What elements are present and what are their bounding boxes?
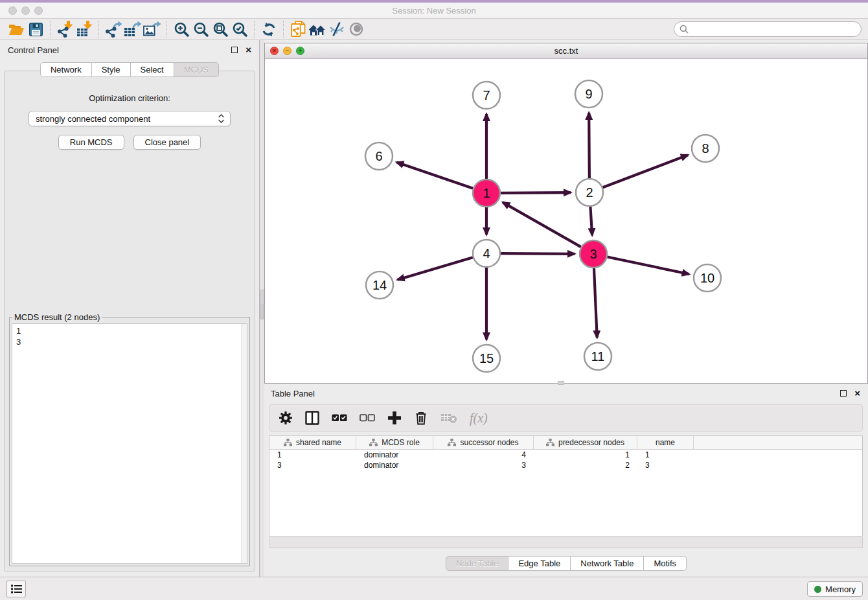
task-history-button[interactable] <box>6 581 26 597</box>
float-panel-button[interactable] <box>231 47 238 53</box>
graph-node-label: 15 <box>479 351 494 365</box>
window-minimize-button[interactable] <box>21 6 30 15</box>
network-minimize-button[interactable]: − <box>283 47 291 55</box>
column-header-shared-name[interactable]: shared name <box>269 436 356 449</box>
table-cell[interactable]: 1 <box>269 450 356 459</box>
export-table-button[interactable] <box>123 20 143 38</box>
table-cell[interactable]: 3 <box>637 461 694 470</box>
table-row[interactable]: 1dominator411 <box>269 450 862 460</box>
graph-edge-2-8[interactable] <box>603 155 688 187</box>
tab-mcds[interactable]: MCDS <box>174 62 219 77</box>
graph-edge-3-10[interactable] <box>608 257 689 275</box>
network-zoom-button[interactable]: + <box>296 47 304 55</box>
zoom-out-button[interactable] <box>191 20 211 38</box>
toolbar-separator <box>166 21 167 38</box>
network-canvas[interactable]: 7968124314101511 <box>265 59 867 383</box>
table-cell[interactable]: dominator <box>356 450 433 459</box>
tab-style[interactable]: Style <box>92 62 131 77</box>
graph-edge-2-9[interactable] <box>589 113 589 178</box>
eye-icon <box>348 21 364 37</box>
zoom-selected-button[interactable] <box>230 20 249 38</box>
zoom-fit-button[interactable] <box>211 20 230 38</box>
toolbar-separator <box>50 21 51 38</box>
graph-node-label: 11 <box>591 349 605 363</box>
graph-node-label: 7 <box>483 88 490 102</box>
refresh-button[interactable] <box>259 20 279 38</box>
refresh-icon <box>261 22 277 37</box>
graph-edge-1-6[interactable] <box>396 162 473 188</box>
close-panel-button[interactable]: × <box>246 47 251 53</box>
search-field[interactable] <box>674 21 862 37</box>
table-cell[interactable]: 1 <box>637 450 694 459</box>
import-network-button[interactable] <box>55 20 74 38</box>
vertical-splitter[interactable] <box>260 40 264 577</box>
float-table-panel-button[interactable] <box>840 390 847 397</box>
task-list-icon <box>11 584 22 594</box>
column-header-label: name <box>656 438 675 447</box>
tab-node-table[interactable]: Node Table <box>446 556 509 571</box>
graph-edge-3-1[interactable] <box>503 202 581 247</box>
graph-edge-3-11[interactable] <box>594 268 597 338</box>
column-header-name[interactable]: name <box>637 436 694 449</box>
delete-table-button[interactable] <box>440 412 457 424</box>
table-cell[interactable]: 2 <box>534 461 637 470</box>
graph-edge-4-14[interactable] <box>398 257 473 279</box>
table-row[interactable]: 3dominator323 <box>269 460 862 470</box>
mcds-result-box[interactable]: 1 3 <box>12 323 247 564</box>
tab-select[interactable]: Select <box>131 62 174 77</box>
column-header-successor-nodes[interactable]: successor nodes <box>433 436 534 449</box>
export-network-button[interactable] <box>104 20 123 38</box>
column-header-MCDS-role[interactable]: MCDS role <box>356 436 433 449</box>
search-input[interactable] <box>692 25 856 34</box>
run-mcds-button[interactable]: Run MCDS <box>58 135 124 150</box>
tab-motifs[interactable]: Motifs <box>644 556 687 571</box>
copy-network-button[interactable] <box>288 20 308 38</box>
mcds-panel: Optimization criterion: strongly connect… <box>4 71 255 571</box>
open-session-button[interactable] <box>6 20 26 38</box>
toolbar-separator <box>283 21 284 38</box>
first-neighbors-button[interactable] <box>308 20 327 38</box>
memory-button[interactable]: Memory <box>807 581 863 597</box>
left-splitter-grip[interactable] <box>260 290 264 305</box>
tab-network[interactable]: Network <box>40 62 92 77</box>
result-scrollbar[interactable] <box>241 324 247 563</box>
network-window: × − + scc.txt 7968124314101511 <box>264 43 868 384</box>
hide-selected-button[interactable] <box>327 20 347 38</box>
column-hierarchy-icon <box>448 439 456 446</box>
close-table-panel-button[interactable]: × <box>854 390 860 397</box>
export-network-icon <box>104 21 122 38</box>
select-all-columns-button[interactable] <box>332 414 347 422</box>
tab-network-table[interactable]: Network Table <box>571 556 644 571</box>
function-builder-button[interactable]: f(x) <box>470 411 488 426</box>
table-cell[interactable]: 3 <box>433 461 534 470</box>
graph-edge-4-3[interactable] <box>501 253 575 254</box>
optimization-criterion-select[interactable]: strongly connected component <box>29 111 231 126</box>
tab-edge-table[interactable]: Edge Table <box>508 556 571 571</box>
show-columns-button[interactable] <box>305 411 319 425</box>
export-image-button[interactable] <box>143 20 162 38</box>
show-all-button[interactable] <box>347 20 366 38</box>
zoom-in-icon <box>174 21 189 37</box>
graph-edge-1-2[interactable] <box>501 192 571 193</box>
table-cell[interactable]: 3 <box>269 461 356 470</box>
window-close-button[interactable] <box>8 6 17 15</box>
table-settings-button[interactable] <box>279 411 293 425</box>
save-session-button[interactable] <box>26 20 45 38</box>
graph-edge-2-3[interactable] <box>590 207 592 235</box>
table-cell[interactable]: dominator <box>356 461 433 470</box>
zoom-in-button[interactable] <box>172 20 191 38</box>
table-cell[interactable]: 4 <box>433 450 534 459</box>
import-table-button[interactable] <box>74 20 94 38</box>
table-toolbar: f(x) <box>269 404 863 432</box>
column-header-predecessor-nodes[interactable]: predecessor nodes <box>534 436 637 449</box>
table-cell[interactable]: 1 <box>534 450 637 459</box>
deselect-all-columns-button[interactable] <box>360 414 375 422</box>
network-close-button[interactable]: × <box>270 47 279 55</box>
close-panel-button-inner[interactable]: Close panel <box>133 135 201 150</box>
import-table-icon <box>76 21 93 38</box>
window-zoom-button[interactable] <box>34 6 43 15</box>
table-body: 1dominator4113dominator323 <box>269 450 862 470</box>
delete-column-button[interactable] <box>414 411 428 425</box>
table-hscrollbar[interactable] <box>269 537 863 548</box>
create-column-button[interactable] <box>387 411 402 425</box>
